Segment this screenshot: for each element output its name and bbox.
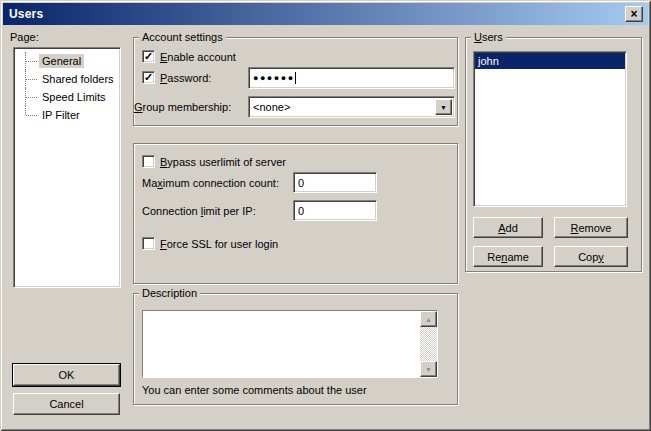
- scroll-up-button[interactable]: ▲: [420, 311, 437, 327]
- page-label: Page:: [10, 31, 39, 43]
- add-user-button-label: Add: [498, 222, 518, 234]
- description-legend: Description: [139, 287, 200, 299]
- user-list-item[interactable]: john: [475, 53, 625, 69]
- chevron-down-icon: ▼: [440, 104, 447, 111]
- description-scrollbar[interactable]: ▲ ▼: [420, 311, 437, 377]
- users-list[interactable]: john: [473, 51, 627, 207]
- page-tree-item[interactable]: Speed Limits: [14, 88, 120, 106]
- page-tree-item-label: Shared folders: [39, 72, 117, 86]
- remove-user-button-label: Remove: [571, 222, 612, 234]
- user-list-item-label: john: [478, 55, 499, 67]
- enable-account-label[interactable]: Enable account: [160, 51, 236, 63]
- page-tree-item-label: IP Filter: [39, 108, 83, 122]
- max-connection-value: 0: [298, 177, 304, 189]
- rename-user-button-label: Rename: [487, 251, 529, 263]
- combo-dropdown-button[interactable]: ▼: [435, 99, 452, 115]
- close-icon: ×: [630, 8, 637, 20]
- title-bar[interactable]: Users: [3, 3, 648, 25]
- tree-branch-icon: [20, 70, 39, 88]
- checkmark-icon: ✓: [144, 72, 153, 83]
- checkmark-icon: ✓: [144, 51, 153, 62]
- page-tree-item[interactable]: IP Filter: [14, 106, 120, 124]
- remove-user-button[interactable]: Remove: [554, 217, 628, 238]
- tree-branch-icon: [20, 52, 39, 70]
- force-ssl-checkbox[interactable]: ✓: [142, 237, 155, 250]
- group-membership-value: <none>: [253, 101, 290, 113]
- copy-user-button-label: Copy: [578, 251, 604, 263]
- page-tree-item-label: General: [39, 54, 84, 68]
- group-membership-select[interactable]: <none> ▼: [248, 96, 455, 118]
- page-tree-item-label: Speed Limits: [39, 90, 109, 104]
- page-tree-item[interactable]: Shared folders: [14, 70, 120, 88]
- ip-limit-label: Connection limit per IP:: [142, 205, 256, 217]
- page-tree[interactable]: General Shared folders Speed Limits IP F…: [13, 47, 121, 288]
- password-value: ●●●●●●: [253, 73, 295, 83]
- close-button[interactable]: ×: [625, 6, 643, 22]
- description-hint: You can enter some comments about the us…: [142, 384, 367, 396]
- description-textarea[interactable]: ▲ ▼: [142, 310, 438, 378]
- text-caret: [295, 72, 296, 84]
- max-connection-label: Maximum connection count:: [142, 177, 279, 189]
- password-input[interactable]: ●●●●●●: [248, 67, 455, 89]
- window-title: Users: [9, 7, 43, 21]
- ip-limit-value: 0: [298, 205, 304, 217]
- copy-user-button[interactable]: Copy: [554, 246, 628, 267]
- users-dialog: Users × Page: General Shared folders Spe…: [0, 0, 651, 431]
- ok-button[interactable]: OK: [13, 364, 120, 386]
- tree-branch-icon: [20, 106, 39, 124]
- ok-button-label: OK: [59, 369, 75, 381]
- cancel-button[interactable]: Cancel: [13, 393, 120, 415]
- ip-limit-input[interactable]: 0: [293, 200, 377, 221]
- group-membership-label: Group membership:: [134, 101, 231, 113]
- enable-account-checkbox[interactable]: ✓: [142, 50, 155, 63]
- password-checkbox[interactable]: ✓: [142, 71, 155, 84]
- tree-branch-icon: [20, 88, 39, 106]
- max-connection-input[interactable]: 0: [293, 172, 377, 193]
- account-settings-legend: Account settings: [139, 31, 226, 43]
- password-label[interactable]: Password:: [160, 72, 211, 84]
- force-ssl-label[interactable]: Force SSL for user login: [160, 238, 278, 250]
- add-user-button[interactable]: Add: [473, 217, 543, 238]
- bypass-userlimit-label[interactable]: Bypass userlimit of server: [160, 156, 286, 168]
- users-legend: Users: [471, 31, 506, 43]
- rename-user-button[interactable]: Rename: [473, 246, 543, 267]
- bypass-userlimit-checkbox[interactable]: ✓: [142, 155, 155, 168]
- description-value[interactable]: [143, 311, 420, 377]
- cancel-button-label: Cancel: [49, 398, 83, 410]
- page-tree-item[interactable]: General: [14, 52, 120, 70]
- arrow-down-icon: ▼: [425, 366, 432, 373]
- scroll-down-button[interactable]: ▼: [420, 361, 437, 377]
- arrow-up-icon: ▲: [425, 316, 432, 323]
